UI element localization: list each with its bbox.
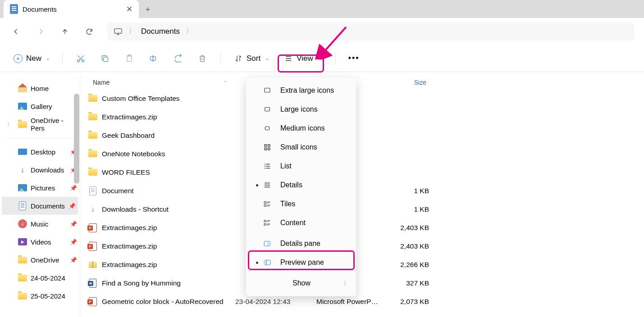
sidebar-item-home[interactable]: Home bbox=[0, 79, 80, 97]
chevron-right-icon[interactable]: 〉 bbox=[129, 27, 135, 36]
svg-point-1 bbox=[78, 59, 80, 62]
list-icon bbox=[263, 162, 271, 170]
file-row[interactable]: Geometric color block - AutoRecovered23-… bbox=[80, 292, 644, 311]
file-row[interactable]: Documention Entri…1 KB bbox=[80, 181, 644, 200]
view-large-icons[interactable]: Large icons bbox=[246, 100, 356, 119]
grid-icon bbox=[263, 143, 271, 151]
file-name: Extractimages.zip bbox=[102, 242, 235, 250]
file-row[interactable]: Extractimages.zipr bbox=[80, 108, 644, 126]
short-icon: ↓ bbox=[91, 205, 95, 213]
file-size: 2,403 KB bbox=[384, 242, 429, 250]
folder-icon bbox=[88, 95, 97, 102]
share-button[interactable] bbox=[168, 50, 188, 67]
sidebar-item-downloads[interactable]: ↓Downloads📌 bbox=[0, 161, 80, 179]
file-name: Extractimages.zip bbox=[102, 261, 235, 269]
back-button[interactable] bbox=[5, 23, 27, 40]
file-row[interactable]: Custom Office Templatesr bbox=[80, 89, 644, 108]
folder-icon bbox=[18, 293, 27, 299]
sidebar-item-videos[interactable]: ▶Videos📌 bbox=[0, 233, 80, 251]
svg-rect-16 bbox=[264, 220, 266, 222]
file-name: Custom Office Templates bbox=[102, 95, 235, 103]
refresh-button[interactable] bbox=[78, 23, 100, 40]
svg-rect-17 bbox=[264, 224, 266, 226]
scrollbar-thumb[interactable] bbox=[74, 94, 79, 184]
view-details-pane[interactable]: Details pane bbox=[246, 234, 356, 253]
sidebar-item-documents[interactable]: Documents📌 bbox=[2, 197, 78, 215]
file-size: 2,266 KB bbox=[384, 261, 429, 269]
file-row[interactable]: Find a Song by Humming327 KB bbox=[80, 274, 644, 292]
view-details[interactable]: Details bbox=[246, 176, 356, 195]
file-name: Geek Dashboard bbox=[102, 131, 235, 140]
file-row[interactable]: OneNote Notebooksr bbox=[80, 145, 644, 163]
view-button[interactable]: View ⌄ bbox=[279, 51, 327, 66]
sort-button[interactable]: Sort ⌄ bbox=[229, 51, 274, 66]
file-row[interactable]: WORD FILEES bbox=[80, 163, 644, 181]
view-medium-icons[interactable]: Medium icons bbox=[246, 119, 356, 138]
file-row[interactable]: Extractimages.zipt PowerP…2,403 KB bbox=[80, 237, 644, 255]
column-name[interactable]: Name⌃ bbox=[93, 79, 233, 86]
svg-rect-19 bbox=[268, 241, 270, 246]
sidebar: Home Gallery 〉OneDrive - Pers Desktop📌 ↓… bbox=[0, 76, 80, 317]
sidebar-item-date2[interactable]: 25-05-2024 bbox=[0, 287, 80, 305]
new-tab-button[interactable]: ＋ bbox=[139, 0, 157, 18]
plus-circle-icon: + bbox=[14, 54, 23, 63]
view-extra-large-icons[interactable]: Extra large icons bbox=[246, 81, 356, 100]
download-icon: ↓ bbox=[18, 165, 27, 174]
file-row[interactable]: Extractimages.zipt PowerP…2,403 KB bbox=[80, 218, 644, 237]
cut-button[interactable] bbox=[71, 50, 91, 67]
view-content[interactable]: Content bbox=[246, 213, 356, 232]
bullet-icon bbox=[256, 262, 258, 264]
folder-icon bbox=[18, 121, 27, 128]
column-size[interactable]: Size bbox=[381, 79, 426, 86]
sidebar-item-music[interactable]: ♪Music📌 bbox=[0, 215, 80, 233]
file-name: Extractimages.zip bbox=[102, 224, 235, 232]
svg-rect-9 bbox=[265, 127, 269, 130]
home-icon bbox=[18, 84, 27, 92]
separator bbox=[7, 138, 73, 138]
svg-rect-12 bbox=[265, 148, 267, 150]
breadcrumb-documents[interactable]: Documents bbox=[141, 27, 180, 36]
svg-point-2 bbox=[82, 59, 84, 62]
paste-button[interactable] bbox=[119, 50, 139, 67]
folder-icon bbox=[88, 113, 97, 120]
chevron-right-icon[interactable]: 〉 bbox=[186, 27, 192, 36]
rename-button[interactable] bbox=[144, 50, 164, 67]
column-headers: Name⌃ Size bbox=[80, 76, 644, 89]
svg-rect-10 bbox=[265, 145, 267, 147]
view-show[interactable]: Show〉 bbox=[246, 274, 356, 293]
sidebar-item-pictures[interactable]: Pictures📌 bbox=[0, 179, 80, 197]
videos-icon: ▶ bbox=[18, 238, 27, 245]
file-row[interactable]: Extractimages.zipsed (zip…2,266 KB bbox=[80, 255, 644, 274]
sidebar-scrollbar[interactable] bbox=[73, 76, 80, 317]
close-icon[interactable]: ✕ bbox=[126, 5, 132, 14]
sidebar-item-onedrive-personal[interactable]: 〉OneDrive - Pers bbox=[0, 115, 80, 133]
sidebar-item-desktop[interactable]: Desktop📌 bbox=[0, 143, 80, 161]
forward-button[interactable] bbox=[30, 23, 51, 40]
sort-icon bbox=[234, 54, 242, 63]
square-icon bbox=[263, 105, 271, 113]
sidebar-item-date1[interactable]: 24-05-2024 bbox=[0, 269, 80, 287]
file-row[interactable]: ↓Downloads - Shortcut1 KB bbox=[80, 200, 644, 218]
delete-button[interactable] bbox=[192, 50, 212, 67]
svg-rect-15 bbox=[264, 205, 266, 207]
list-lines-icon bbox=[284, 54, 292, 63]
sidebar-item-onedrive[interactable]: OneDrive📌 bbox=[0, 251, 80, 269]
new-button[interactable]: + New ⌄ bbox=[9, 51, 54, 66]
address-bar[interactable]: 〉 Documents 〉 bbox=[107, 23, 634, 41]
chevron-right-icon: 〉 bbox=[7, 121, 12, 128]
view-small-icons[interactable]: Small icons bbox=[246, 138, 356, 157]
view-tiles[interactable]: Tiles bbox=[246, 195, 356, 213]
gallery-icon bbox=[18, 103, 27, 110]
file-row[interactable]: Geek Dashboardr bbox=[80, 126, 644, 145]
more-button[interactable]: ••• bbox=[344, 51, 364, 66]
copy-button[interactable] bbox=[95, 50, 115, 67]
tab-documents[interactable]: Documents ✕ bbox=[4, 0, 139, 18]
svg-rect-7 bbox=[265, 88, 270, 92]
monitor-icon bbox=[114, 28, 123, 35]
rtf-icon bbox=[89, 186, 96, 195]
sidebar-item-gallery[interactable]: Gallery bbox=[0, 97, 80, 115]
view-preview-pane[interactable]: Preview pane bbox=[246, 253, 356, 272]
sort-label: Sort bbox=[247, 54, 260, 63]
view-list[interactable]: List bbox=[246, 157, 356, 176]
up-button[interactable] bbox=[54, 23, 76, 40]
